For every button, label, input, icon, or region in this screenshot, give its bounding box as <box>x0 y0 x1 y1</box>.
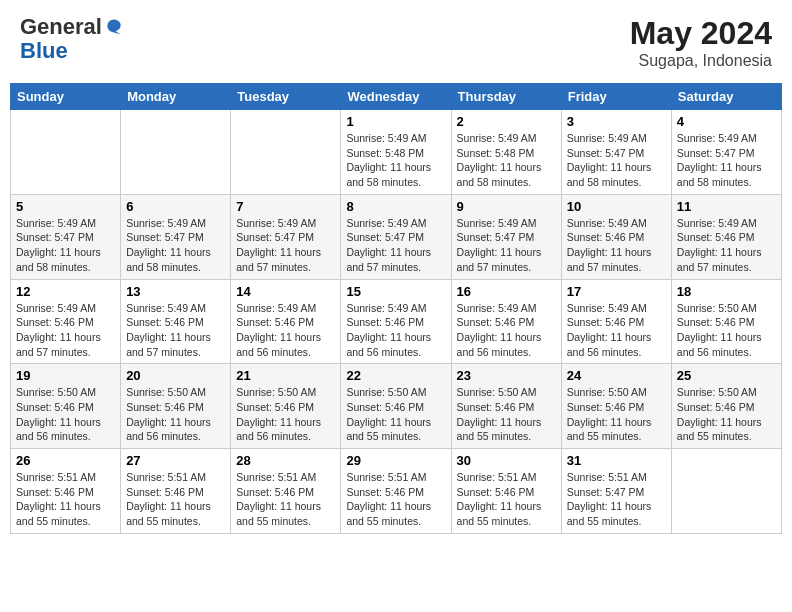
calendar-cell <box>671 449 781 534</box>
calendar-cell: 19Sunrise: 5:50 AM Sunset: 5:46 PM Dayli… <box>11 364 121 449</box>
calendar-week-row: 12Sunrise: 5:49 AM Sunset: 5:46 PM Dayli… <box>11 279 782 364</box>
logo-bird-icon <box>104 17 124 37</box>
day-number: 15 <box>346 284 445 299</box>
calendar-cell: 1Sunrise: 5:49 AM Sunset: 5:48 PM Daylig… <box>341 110 451 195</box>
calendar-week-row: 26Sunrise: 5:51 AM Sunset: 5:46 PM Dayli… <box>11 449 782 534</box>
weekday-header: Thursday <box>451 84 561 110</box>
day-number: 28 <box>236 453 335 468</box>
calendar-cell: 28Sunrise: 5:51 AM Sunset: 5:46 PM Dayli… <box>231 449 341 534</box>
calendar-cell: 29Sunrise: 5:51 AM Sunset: 5:46 PM Dayli… <box>341 449 451 534</box>
day-number: 4 <box>677 114 776 129</box>
day-info: Sunrise: 5:49 AM Sunset: 5:46 PM Dayligh… <box>567 216 666 275</box>
day-info: Sunrise: 5:49 AM Sunset: 5:46 PM Dayligh… <box>236 301 335 360</box>
calendar-cell: 4Sunrise: 5:49 AM Sunset: 5:47 PM Daylig… <box>671 110 781 195</box>
weekday-header: Sunday <box>11 84 121 110</box>
location-subtitle: Sugapa, Indonesia <box>630 52 772 70</box>
day-number: 25 <box>677 368 776 383</box>
day-info: Sunrise: 5:49 AM Sunset: 5:46 PM Dayligh… <box>567 301 666 360</box>
day-number: 21 <box>236 368 335 383</box>
calendar-cell: 18Sunrise: 5:50 AM Sunset: 5:46 PM Dayli… <box>671 279 781 364</box>
day-info: Sunrise: 5:49 AM Sunset: 5:47 PM Dayligh… <box>677 131 776 190</box>
logo-blue: Blue <box>20 38 68 63</box>
day-info: Sunrise: 5:49 AM Sunset: 5:47 PM Dayligh… <box>236 216 335 275</box>
calendar-week-row: 1Sunrise: 5:49 AM Sunset: 5:48 PM Daylig… <box>11 110 782 195</box>
page-header: General Blue May 2024 Sugapa, Indonesia <box>10 10 782 75</box>
calendar-cell <box>11 110 121 195</box>
day-number: 29 <box>346 453 445 468</box>
day-info: Sunrise: 5:49 AM Sunset: 5:47 PM Dayligh… <box>126 216 225 275</box>
day-number: 6 <box>126 199 225 214</box>
day-number: 31 <box>567 453 666 468</box>
logo: General Blue <box>20 15 124 63</box>
calendar-cell: 17Sunrise: 5:49 AM Sunset: 5:46 PM Dayli… <box>561 279 671 364</box>
calendar-cell: 3Sunrise: 5:49 AM Sunset: 5:47 PM Daylig… <box>561 110 671 195</box>
day-info: Sunrise: 5:49 AM Sunset: 5:46 PM Dayligh… <box>677 216 776 275</box>
day-info: Sunrise: 5:50 AM Sunset: 5:46 PM Dayligh… <box>346 385 445 444</box>
day-number: 26 <box>16 453 115 468</box>
calendar-cell: 5Sunrise: 5:49 AM Sunset: 5:47 PM Daylig… <box>11 194 121 279</box>
calendar-table: SundayMondayTuesdayWednesdayThursdayFrid… <box>10 83 782 534</box>
day-info: Sunrise: 5:51 AM Sunset: 5:46 PM Dayligh… <box>346 470 445 529</box>
logo-general: General <box>20 15 102 39</box>
calendar-cell: 30Sunrise: 5:51 AM Sunset: 5:46 PM Dayli… <box>451 449 561 534</box>
calendar-cell: 12Sunrise: 5:49 AM Sunset: 5:46 PM Dayli… <box>11 279 121 364</box>
day-info: Sunrise: 5:50 AM Sunset: 5:46 PM Dayligh… <box>236 385 335 444</box>
calendar-cell: 21Sunrise: 5:50 AM Sunset: 5:46 PM Dayli… <box>231 364 341 449</box>
weekday-header-row: SundayMondayTuesdayWednesdayThursdayFrid… <box>11 84 782 110</box>
weekday-header: Tuesday <box>231 84 341 110</box>
day-number: 20 <box>126 368 225 383</box>
calendar-cell: 8Sunrise: 5:49 AM Sunset: 5:47 PM Daylig… <box>341 194 451 279</box>
calendar-cell <box>231 110 341 195</box>
day-number: 18 <box>677 284 776 299</box>
day-info: Sunrise: 5:51 AM Sunset: 5:46 PM Dayligh… <box>126 470 225 529</box>
day-info: Sunrise: 5:50 AM Sunset: 5:46 PM Dayligh… <box>16 385 115 444</box>
day-number: 10 <box>567 199 666 214</box>
day-info: Sunrise: 5:49 AM Sunset: 5:48 PM Dayligh… <box>457 131 556 190</box>
calendar-cell: 27Sunrise: 5:51 AM Sunset: 5:46 PM Dayli… <box>121 449 231 534</box>
day-info: Sunrise: 5:49 AM Sunset: 5:46 PM Dayligh… <box>16 301 115 360</box>
calendar-cell: 11Sunrise: 5:49 AM Sunset: 5:46 PM Dayli… <box>671 194 781 279</box>
calendar-week-row: 5Sunrise: 5:49 AM Sunset: 5:47 PM Daylig… <box>11 194 782 279</box>
calendar-cell: 14Sunrise: 5:49 AM Sunset: 5:46 PM Dayli… <box>231 279 341 364</box>
day-number: 3 <box>567 114 666 129</box>
month-year-title: May 2024 <box>630 15 772 52</box>
day-info: Sunrise: 5:51 AM Sunset: 5:46 PM Dayligh… <box>236 470 335 529</box>
day-info: Sunrise: 5:49 AM Sunset: 5:46 PM Dayligh… <box>346 301 445 360</box>
day-info: Sunrise: 5:49 AM Sunset: 5:47 PM Dayligh… <box>457 216 556 275</box>
day-number: 11 <box>677 199 776 214</box>
calendar-cell <box>121 110 231 195</box>
calendar-cell: 6Sunrise: 5:49 AM Sunset: 5:47 PM Daylig… <box>121 194 231 279</box>
day-number: 5 <box>16 199 115 214</box>
day-info: Sunrise: 5:51 AM Sunset: 5:46 PM Dayligh… <box>16 470 115 529</box>
day-info: Sunrise: 5:50 AM Sunset: 5:46 PM Dayligh… <box>457 385 556 444</box>
title-block: May 2024 Sugapa, Indonesia <box>630 15 772 70</box>
day-number: 13 <box>126 284 225 299</box>
day-info: Sunrise: 5:51 AM Sunset: 5:46 PM Dayligh… <box>457 470 556 529</box>
day-number: 19 <box>16 368 115 383</box>
calendar-cell: 20Sunrise: 5:50 AM Sunset: 5:46 PM Dayli… <box>121 364 231 449</box>
day-number: 14 <box>236 284 335 299</box>
day-number: 30 <box>457 453 556 468</box>
day-number: 7 <box>236 199 335 214</box>
day-number: 22 <box>346 368 445 383</box>
day-info: Sunrise: 5:49 AM Sunset: 5:47 PM Dayligh… <box>16 216 115 275</box>
day-info: Sunrise: 5:51 AM Sunset: 5:47 PM Dayligh… <box>567 470 666 529</box>
calendar-cell: 22Sunrise: 5:50 AM Sunset: 5:46 PM Dayli… <box>341 364 451 449</box>
calendar-cell: 25Sunrise: 5:50 AM Sunset: 5:46 PM Dayli… <box>671 364 781 449</box>
weekday-header: Saturday <box>671 84 781 110</box>
calendar-cell: 31Sunrise: 5:51 AM Sunset: 5:47 PM Dayli… <box>561 449 671 534</box>
calendar-week-row: 19Sunrise: 5:50 AM Sunset: 5:46 PM Dayli… <box>11 364 782 449</box>
calendar-cell: 16Sunrise: 5:49 AM Sunset: 5:46 PM Dayli… <box>451 279 561 364</box>
day-info: Sunrise: 5:49 AM Sunset: 5:46 PM Dayligh… <box>126 301 225 360</box>
day-number: 1 <box>346 114 445 129</box>
weekday-header: Wednesday <box>341 84 451 110</box>
day-number: 2 <box>457 114 556 129</box>
day-info: Sunrise: 5:50 AM Sunset: 5:46 PM Dayligh… <box>677 301 776 360</box>
calendar-cell: 24Sunrise: 5:50 AM Sunset: 5:46 PM Dayli… <box>561 364 671 449</box>
day-number: 27 <box>126 453 225 468</box>
day-info: Sunrise: 5:50 AM Sunset: 5:46 PM Dayligh… <box>677 385 776 444</box>
calendar-cell: 9Sunrise: 5:49 AM Sunset: 5:47 PM Daylig… <box>451 194 561 279</box>
day-info: Sunrise: 5:49 AM Sunset: 5:47 PM Dayligh… <box>346 216 445 275</box>
calendar-cell: 7Sunrise: 5:49 AM Sunset: 5:47 PM Daylig… <box>231 194 341 279</box>
day-number: 16 <box>457 284 556 299</box>
